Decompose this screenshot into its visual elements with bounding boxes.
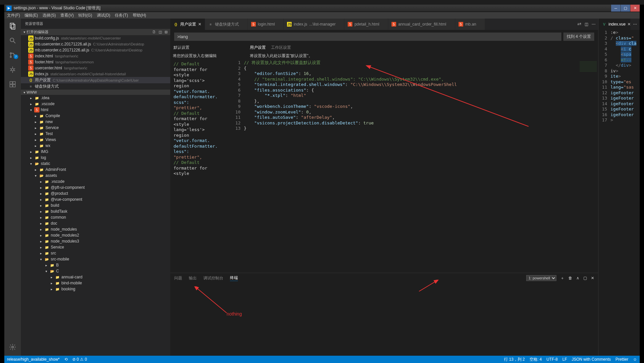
tree-item[interactable]: ▸📁AdminFront — [21, 167, 170, 173]
menu-item[interactable]: 选择(S) — [42, 13, 56, 18]
tree-item[interactable]: ▸📁@pft-ui-component — [21, 184, 170, 190]
tree-item[interactable]: ▸📁new — [21, 119, 170, 125]
menu-item[interactable]: 文件(F) — [7, 13, 20, 18]
open-editor-item[interactable]: JSmb.userorder.c.20171226.all.jsC:\Users… — [21, 47, 170, 53]
open-editors-header[interactable]: ▾ 打开的编辑器 🗋 ◫ ⊟ — [21, 29, 170, 35]
status-item[interactable]: 空格: 4 — [530, 357, 542, 362]
tree-item[interactable]: ▸📁node_modules — [21, 226, 170, 232]
user-settings-tab[interactable]: 用户设置 — [250, 45, 266, 50]
open-editor-item[interactable]: JSindex.jsstatic\assets\src-mobile\C\pde… — [21, 71, 170, 77]
save-all-icon[interactable]: 🗋 — [152, 30, 156, 34]
kill-terminal-icon[interactable]: 🗑 — [568, 276, 572, 280]
status-item[interactable]: UTF-8 — [546, 357, 558, 362]
close-button[interactable]: ✕ — [630, 5, 640, 12]
tab-close-icon[interactable]: ✕ — [198, 22, 201, 27]
split-icon[interactable]: ◫ — [159, 30, 162, 34]
open-editor-item[interactable]: 5footer.htmltangshan\wx\c\common — [21, 59, 170, 65]
tree-item[interactable]: ▾5html — [21, 107, 170, 113]
settings-search-input[interactable] — [174, 33, 561, 41]
compare-icon[interactable]: ⮂ — [577, 22, 581, 27]
panel-tab[interactable]: 输出 — [189, 275, 197, 281]
tree-item[interactable]: ▾📂C — [21, 268, 170, 274]
tab-close-icon[interactable]: ✕ — [627, 22, 630, 27]
editor-tab[interactable]: ≡键盘快捷方式✕ — [205, 19, 248, 30]
debug-icon[interactable] — [9, 66, 17, 74]
editor-tab[interactable]: 5login.html✕ — [248, 19, 284, 30]
git-branch[interactable]: release/high_available_show* — [7, 357, 60, 362]
open-editor-item[interactable]: JSmb.usercenter.c.20171226.all.jsC:\User… — [21, 41, 170, 47]
open-editor-item[interactable]: 5usercenter.htmltangshan\wx\c — [21, 65, 170, 71]
tree-item[interactable]: ▸📁B — [21, 262, 170, 268]
tree-item[interactable]: ▸📁booking — [21, 286, 170, 292]
folder-root-header[interactable]: ▾ WWW — [21, 90, 170, 95]
panel-tab[interactable]: 问题 — [174, 275, 182, 281]
tree-item[interactable]: ▸📁IMG — [21, 149, 170, 155]
tree-item[interactable]: ▸📁node_modules3 — [21, 238, 170, 244]
editor-tab[interactable]: Vindex.vue✕ — [599, 19, 630, 30]
tree-item[interactable]: ▸📁.vscode — [21, 179, 170, 184]
menu-item[interactable]: 调试(D) — [97, 13, 110, 18]
minimap[interactable] — [578, 60, 598, 273]
menu-item[interactable]: 转到(G) — [78, 13, 92, 18]
open-editor-item[interactable]: {}用户设置C:\Users\Administrator\AppData\Roa… — [21, 77, 170, 83]
open-editor-item[interactable]: 5index.htmltangshan\wx\c — [21, 53, 170, 59]
tree-item[interactable]: ▸📁Views — [21, 137, 170, 143]
tree-item[interactable]: ▸📁common — [21, 214, 170, 220]
menu-item[interactable]: 查看(V) — [60, 13, 74, 18]
tree-item[interactable]: ▸📁@vue-component — [21, 196, 170, 202]
status-item[interactable]: Prettier — [615, 357, 628, 362]
tree-item[interactable]: ▸📁node_modules2 — [21, 232, 170, 238]
tree-item[interactable]: ▸📁Compile — [21, 113, 170, 119]
tree-item[interactable]: ▾📂assets — [21, 173, 170, 179]
editor-tab[interactable]: {}用户设置✕ — [170, 19, 205, 30]
open-editor-item[interactable]: ≡键盘快捷方式 — [21, 83, 170, 90]
tree-item[interactable]: ▸📁bind-mobile — [21, 280, 170, 286]
new-terminal-icon[interactable]: ＋ — [560, 275, 564, 281]
menu-item[interactable]: 编辑(E) — [25, 13, 38, 18]
tree-item[interactable]: ▸📁Test — [21, 131, 170, 137]
panel-tab[interactable]: 终端 — [230, 275, 238, 281]
editor-tab[interactable]: 5mb.an✕ — [455, 19, 485, 30]
menu-item[interactable]: 任务(T) — [115, 13, 128, 18]
close-panel-icon[interactable]: ✕ — [591, 276, 594, 280]
tree-item[interactable]: ▸📁.vscode — [21, 101, 170, 107]
more-icon[interactable]: ⋯ — [592, 22, 596, 27]
explorer-icon[interactable] — [9, 22, 17, 30]
editor-tab[interactable]: 5annual_card_order_fill.html✕ — [388, 19, 455, 30]
tree-item[interactable]: ▸📁.idea — [21, 95, 170, 101]
tree-item[interactable]: ▸📁annual-card — [21, 274, 170, 280]
tree-item[interactable]: ▸📁log — [21, 155, 170, 161]
panel-tab[interactable]: 调试控制台 — [203, 275, 223, 281]
tree-item[interactable]: ▾📂static — [21, 161, 170, 167]
status-item[interactable]: ☺ — [633, 357, 637, 362]
tree-item[interactable]: ▾📂src-mobile — [21, 256, 170, 262]
vue-editor[interactable]: :e>/ class=" <div cla <i c <spa <!-- </d… — [610, 30, 640, 356]
maximize-button[interactable]: ▢ — [621, 5, 630, 12]
close-all-icon[interactable]: ⊟ — [165, 30, 168, 34]
maximize-panel-icon[interactable]: ▢ — [583, 276, 587, 280]
editor-tab[interactable]: 5pdetail_h.html✕ — [344, 19, 388, 30]
terminal-body[interactable]: nothing — [170, 283, 598, 356]
sync-icon[interactable]: ⟲ — [64, 357, 68, 362]
search-icon[interactable] — [9, 36, 17, 44]
tree-item[interactable]: ▸📁doc — [21, 220, 170, 226]
tree-item[interactable]: ▸📁Service — [21, 244, 170, 250]
tree-item[interactable]: ▸📁wx — [21, 143, 170, 149]
workspace-settings-tab[interactable]: 工作区设置 — [271, 45, 291, 50]
open-editor-item[interactable]: JSbuild.config.jsstatic\assets\src-mobil… — [21, 35, 170, 41]
editor-tab[interactable]: JSindex.js...\list-manager✕ — [284, 19, 344, 30]
status-item[interactable]: LF — [562, 357, 567, 362]
more-icon[interactable]: ⋯ — [633, 22, 637, 27]
menu-item[interactable]: 帮助(H) — [133, 13, 146, 18]
extensions-icon[interactable] — [9, 80, 17, 88]
problems-status[interactable]: ⊘ 0 ⚠ 0 — [72, 357, 87, 362]
terminal-select[interactable]: 1: powershell — [526, 275, 556, 281]
settings-gear-icon[interactable] — [9, 343, 17, 351]
tree-item[interactable]: ▸📁src — [21, 250, 170, 256]
minimize-button[interactable]: ─ — [611, 5, 620, 12]
status-item[interactable]: JSON with Comments — [572, 357, 611, 362]
up-icon[interactable]: ∧ — [576, 276, 579, 280]
tree-item[interactable]: ▸📁@product — [21, 190, 170, 196]
tree-item[interactable]: ▸📁buildTask — [21, 208, 170, 214]
split-editor-icon[interactable]: ◫ — [585, 22, 588, 27]
